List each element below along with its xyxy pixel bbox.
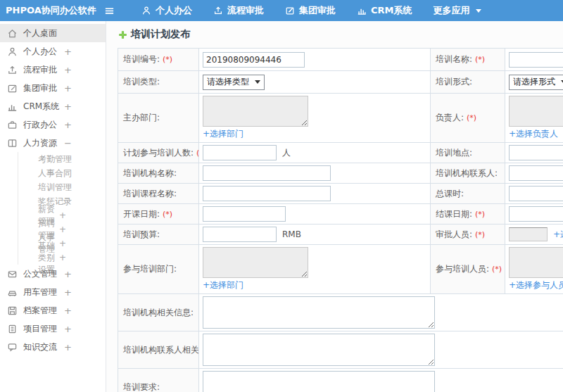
upload-icon	[7, 65, 18, 75]
user-icon	[7, 46, 18, 57]
sidebar-subitem-base-categories[interactable]: 基础类别设置 +	[18, 251, 106, 265]
collapse-icon[interactable]: −	[64, 138, 72, 148]
sidebar-item-personal-office[interactable]: 个人办公 +	[0, 42, 106, 61]
course-name-input[interactable]	[203, 186, 331, 201]
expand-icon[interactable]: +	[64, 287, 72, 298]
org-name-input[interactable]	[203, 165, 331, 181]
org-contact-info-textarea[interactable]	[203, 334, 435, 366]
currency-suffix: RMB	[282, 229, 301, 239]
org-info-textarea[interactable]	[203, 296, 435, 329]
nav-item-crm[interactable]: CRM系统	[346, 0, 423, 21]
training-type-select[interactable]: 请选择类型	[203, 75, 265, 90]
nav-item-group-approval[interactable]: 集团审批	[274, 0, 346, 21]
training-plan-form: 培训编号:(*) 培训名称:(*) 培训类型: 请选择类型 培训形式: 请选择	[118, 48, 563, 392]
total-hours-input[interactable]	[509, 186, 563, 201]
approver-input[interactable]	[509, 227, 548, 241]
sidebar-item-admin-office[interactable]: 行政办公 +	[0, 115, 106, 134]
requirements-textarea[interactable]	[203, 371, 435, 392]
expand-icon[interactable]: +	[64, 46, 72, 57]
sidebar-hr-children: 考勤管理 人事合同 培训管理 奖惩记录 薪资管理 + 招聘管理 + 人事管理 +	[18, 152, 106, 265]
sidebar-item-desktop[interactable]: 个人桌面	[0, 24, 106, 42]
expand-icon[interactable]: +	[64, 120, 72, 130]
user-icon	[141, 6, 151, 15]
training-name-input[interactable]	[509, 52, 563, 68]
sidebar-item-hr[interactable]: 人力资源 −	[0, 134, 106, 152]
required-mark: (*)	[475, 230, 485, 239]
training-form-select[interactable]: 请选择形式	[509, 75, 563, 90]
nav-label: 更多应用	[434, 4, 470, 17]
nav-item-personal-office[interactable]: 个人办公	[131, 0, 203, 21]
sidebar-item-knowledge[interactable]: 知识交流 +	[0, 338, 106, 356]
required-mark: (*)	[475, 210, 485, 219]
edit-icon	[7, 83, 18, 94]
caret-down-icon	[476, 9, 481, 13]
select-leader-link[interactable]: +选择负责人	[509, 128, 558, 140]
bar-chart-icon	[357, 6, 367, 15]
sidebar-subitem-rewards[interactable]: 奖惩记录	[18, 194, 106, 208]
nav-label: 个人办公	[156, 4, 192, 17]
sidebar-subitem-salary[interactable]: 薪资管理 +	[18, 208, 106, 222]
sidebar-item-documents[interactable]: 公文管理 +	[0, 265, 106, 283]
host-dept-label: 主办部门:	[118, 94, 199, 143]
sidebar-item-group-approval[interactable]: 集团审批 +	[0, 79, 106, 97]
expand-icon[interactable]: +	[64, 65, 72, 75]
required-mark: (*)	[475, 55, 485, 64]
start-date-input[interactable]	[203, 206, 286, 222]
requirements-label: 培训要求:	[118, 369, 199, 392]
location-label: 培训地点:	[431, 143, 505, 163]
sidebar-item-workflow-approval[interactable]: 流程审批 +	[0, 61, 106, 79]
select-approver-link[interactable]: +选择审批人员	[553, 229, 563, 239]
select-dept-link[interactable]: +选择部门	[203, 128, 243, 140]
caret-down-icon	[255, 80, 260, 84]
sidebar-subitem-attendance[interactable]: 考勤管理	[18, 152, 106, 166]
mail-icon	[7, 269, 18, 279]
hamburger-menu-icon[interactable]	[100, 0, 118, 21]
course-name-label: 培训课程名称:	[118, 184, 199, 204]
end-date-input[interactable]	[509, 206, 563, 222]
sidebar-subitem-hr-contract[interactable]: 人事合同	[18, 166, 106, 180]
upload-icon	[213, 6, 223, 15]
expand-icon[interactable]: +	[64, 342, 72, 353]
notebook-icon	[7, 324, 18, 334]
sidebar-subitem-training[interactable]: 培训管理	[18, 180, 106, 194]
expand-icon[interactable]: +	[64, 101, 72, 112]
expand-icon[interactable]: +	[64, 83, 72, 94]
sidebar-subitem-recruiting[interactable]: 招聘管理 +	[18, 222, 106, 236]
sidebar-item-crm[interactable]: CRM系统 +	[0, 97, 106, 115]
select-join-dept-link[interactable]: +选择部门	[203, 279, 243, 291]
sidebar-item-vehicles[interactable]: 用车管理 +	[0, 283, 106, 301]
expand-icon[interactable]: +	[59, 253, 66, 263]
expand-icon[interactable]: +	[59, 225, 66, 234]
sidebar-item-projects[interactable]: 项目管理 +	[0, 320, 106, 338]
training-no-label: 培训编号:(*)	[118, 49, 199, 71]
expand-icon[interactable]: +	[59, 210, 66, 220]
budget-label: 培训预算:	[118, 225, 199, 245]
join-people-textarea[interactable]	[509, 247, 563, 278]
bar-chart-icon	[7, 101, 18, 112]
expand-icon[interactable]: +	[64, 269, 72, 279]
sidebar-subitem-personnel[interactable]: 人事管理 +	[18, 236, 106, 251]
location-input[interactable]	[509, 145, 563, 160]
main-content: 培训计划发布 培训编号:(*) 培训名称:(*) 培训类型: 请选择类型	[106, 21, 563, 392]
planned-count-input[interactable]	[203, 145, 277, 160]
org-contact-info-label: 培训机构联系人相关信息:	[118, 331, 199, 369]
host-dept-textarea[interactable]	[203, 96, 308, 127]
nav-label: CRM系统	[371, 4, 412, 17]
expand-icon[interactable]: +	[64, 324, 72, 334]
expand-icon[interactable]: +	[64, 305, 72, 316]
training-form-label: 培训形式:	[431, 71, 505, 94]
org-contact-input[interactable]	[509, 165, 563, 181]
expand-icon[interactable]: +	[59, 239, 66, 248]
leader-textarea[interactable]	[509, 96, 563, 127]
add-icon	[118, 30, 128, 40]
join-depts-textarea[interactable]	[203, 247, 308, 278]
nav-item-more-apps[interactable]: 更多应用	[423, 0, 492, 21]
training-name-label: 培训名称:(*)	[431, 49, 505, 71]
sidebar: 个人桌面 个人办公 + 流程审批 + 集团审批 + CRM系统 + 行政办公 +	[0, 21, 106, 392]
sidebar-item-archives[interactable]: 档案管理 +	[0, 301, 106, 320]
training-no-input[interactable]	[203, 52, 305, 68]
select-join-people-link[interactable]: +选择参与人员	[509, 279, 563, 291]
org-contact-label: 培训机构联系人:	[431, 163, 505, 184]
nav-item-workflow-approval[interactable]: 流程审批	[203, 0, 274, 21]
budget-input[interactable]	[203, 227, 277, 242]
